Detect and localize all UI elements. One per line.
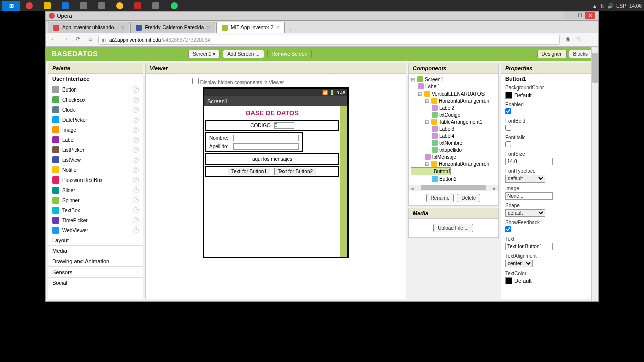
task-opera[interactable] [20,1,38,11]
upload-file-button[interactable]: Upload File ... [433,224,473,232]
palette-item-slider[interactable]: Slider? [48,185,143,195]
tray-vol-icon[interactable]: 🔊 [607,3,613,9]
new-tab-button[interactable]: + [286,27,296,33]
prop-textcolor-value[interactable]: Default [514,278,532,284]
help-icon[interactable]: ? [133,117,139,123]
prop-image-input[interactable] [505,192,553,200]
prop-fonttype-select[interactable]: default [505,175,545,183]
palette-cat-layout[interactable]: Layout [48,235,143,246]
palette-item-label[interactable]: Label? [48,135,143,145]
tree-lblmsg[interactable]: lblMensaje [411,153,496,160]
prop-fontbold-checkbox[interactable] [505,125,511,131]
prop-textalign-select[interactable]: center [505,260,533,267]
turbo-icon[interactable]: ◉ [564,36,572,44]
help-icon[interactable]: ? [133,86,139,93]
palette-item-datepicker[interactable]: DatePicker? [48,115,143,125]
start-button[interactable]: ⊞ [2,1,20,11]
forward-button[interactable]: → [62,36,70,44]
help-icon[interactable]: ? [133,177,139,183]
tree-table1[interactable]: ⊟TableArrangement1 [411,118,496,125]
designer-button[interactable]: Designer [537,50,567,58]
tray-lang[interactable]: ESP [616,3,626,9]
palette-cat-drawing[interactable]: Drawing and Animation [48,256,143,267]
tab-1[interactable]: Freddy Calderon Parecida× [130,22,215,33]
message-label[interactable]: aqui los mensajes [205,153,339,165]
prop-bgcolor-value[interactable]: Default [514,92,532,98]
add-screen-button[interactable]: Add Screen ... [223,50,264,58]
delete-button[interactable]: Delete [457,194,480,202]
help-icon[interactable]: ? [133,147,139,153]
bookmark-icon[interactable]: ♡ [575,36,583,44]
task-app4[interactable] [147,1,165,11]
url-field[interactable]: ◐ ai2.appinventor.mit.edu /#462886727322… [98,35,560,45]
prop-text-input[interactable] [505,243,553,250]
preview-button1[interactable]: Text for Button1 [228,168,270,175]
page-scrollbar[interactable] [591,47,598,301]
prop-enabled-checkbox[interactable] [505,108,511,114]
tab-0[interactable]: App inventor ubitsando...× [48,22,129,33]
tree-button2[interactable]: Button2 [411,175,496,183]
hidden-components-checkbox[interactable] [192,78,199,84]
menu-icon[interactable]: ≡ [586,36,594,44]
palette-item-passwordtextbox[interactable]: PasswordTextBox? [48,175,143,185]
home-button[interactable]: ⌂ [86,36,94,44]
blocks-button[interactable]: Blocks [569,50,592,58]
tab-close-icon[interactable]: × [207,25,210,30]
tree-button1[interactable]: Button1 [411,167,451,175]
tree-ha1[interactable]: ⊟HorizontalArrangemen [411,97,496,104]
palette-item-clock[interactable]: Clock? [48,105,143,115]
help-icon[interactable]: ? [133,107,139,113]
tree-screen1[interactable]: ⊟Screen1 [411,76,496,83]
palette-item-spinner[interactable]: Spinner? [48,195,143,205]
rename-button[interactable]: Rename [426,194,454,202]
prop-fontitalic-checkbox[interactable] [505,141,511,147]
palette-item-listview[interactable]: ListView? [48,155,143,165]
tree-h-scroll[interactable]: ◂▸ [409,185,498,191]
tray-net-icon[interactable]: ⇅ [600,3,604,9]
prop-fontsize-input[interactable] [505,158,553,165]
tree-txtcodigo[interactable]: txtCodigo [411,111,496,118]
palette-item-button[interactable]: Button? [48,84,143,95]
apellido-input[interactable] [233,143,299,150]
task-app3[interactable] [93,1,111,11]
tray-time[interactable]: 14:06 [629,3,642,9]
name-table[interactable]: Nombre: Apellido: [205,132,303,152]
reload-button[interactable]: ⟳ [74,36,82,44]
palette-item-listpicker[interactable]: ListPicker? [48,145,143,155]
codigo-input[interactable] [274,122,294,129]
palette-item-image[interactable]: Image? [48,125,143,135]
task-rec[interactable] [129,1,147,11]
color-swatch[interactable] [505,92,512,99]
task-app1[interactable] [56,1,74,11]
help-icon[interactable]: ? [133,157,139,163]
tab-2[interactable]: MIT App Inventor 2× [216,22,285,33]
prop-feedback-checkbox[interactable] [505,226,511,232]
tree-label3[interactable]: Label3 [411,125,496,132]
task-app2[interactable] [74,1,93,11]
preview-button2[interactable]: Text for Button2 [274,168,316,175]
help-icon[interactable]: ? [133,197,139,203]
palette-item-timepicker[interactable]: TimePicker? [48,215,143,225]
help-icon[interactable]: ? [133,127,139,133]
app-title-label[interactable]: BASE DE DATOS [205,107,339,119]
tree-vertical[interactable]: ⊟VerticalLLENARDATOS [411,90,496,97]
tree-label1[interactable]: Label1 [411,83,496,90]
help-icon[interactable]: ? [133,167,139,173]
help-icon[interactable]: ? [133,187,139,193]
palette-cat-media[interactable]: Media [48,246,143,256]
maximize-button[interactable]: ☐ [575,12,585,19]
task-wa[interactable] [165,1,183,11]
tray-flag-icon[interactable]: ▲ [592,3,597,9]
palette-cat-ui[interactable]: User Interface [48,74,143,84]
tab-close-icon[interactable]: × [276,25,279,30]
palette-item-webviewer[interactable]: WebViewer? [48,225,143,235]
codigo-row[interactable]: CODIGO [205,120,339,131]
tree-label2[interactable]: Label2 [411,104,496,111]
color-swatch[interactable] [505,277,512,284]
screen-dropdown[interactable]: Screen1 ▾ [188,50,220,58]
palette-item-checkbox[interactable]: CheckBox? [48,95,143,105]
help-icon[interactable]: ? [133,207,139,213]
remove-screen-button[interactable]: Remove Screen [267,50,312,58]
tab-close-icon[interactable]: × [121,25,124,30]
help-icon[interactable]: ? [133,137,139,143]
